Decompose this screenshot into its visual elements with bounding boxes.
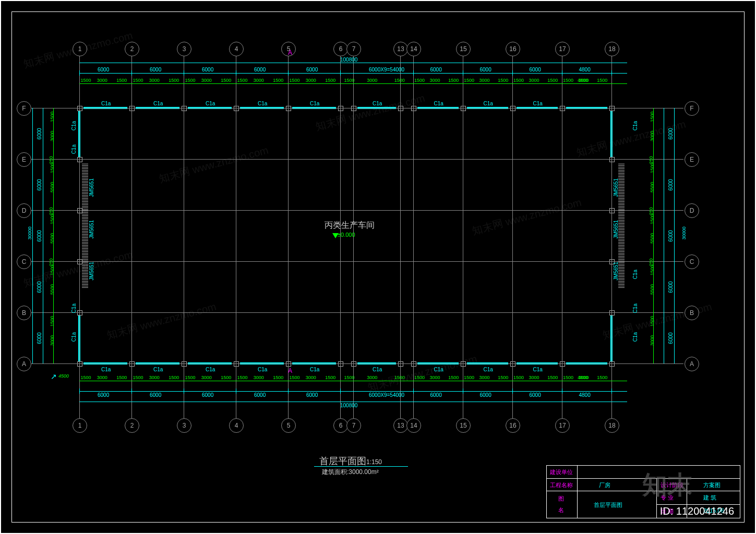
dim-sub-top: 3000 <box>367 78 377 83</box>
grid-bubble-h-right: A <box>685 357 699 371</box>
dim-sub-left: 1500 <box>50 163 55 173</box>
column <box>286 361 291 367</box>
tb-project-label: 工程名称 <box>550 481 573 489</box>
column <box>609 310 615 315</box>
dim-tick <box>288 70 289 76</box>
grid-axis-label: 5 <box>287 422 291 429</box>
window-label-left-a: C1a <box>71 332 77 342</box>
grid-bubble-v-top: 1 <box>73 42 87 56</box>
dim-bay-bottom: 4800 <box>579 392 591 398</box>
dim-sub-right: 1500 <box>650 316 655 326</box>
drawing-title: 首层平面图1:150 <box>319 455 382 467</box>
grid-bubble-v-top: 4 <box>229 42 244 56</box>
grid-axis-label: 18 <box>608 45 615 53</box>
tb-project-value: 厂房 <box>599 481 610 489</box>
dim-tick <box>512 70 513 76</box>
dim-tick <box>611 70 612 76</box>
dim-sub-bottom: 3000 <box>149 375 160 380</box>
dim-sub-bottom: 3000 <box>367 375 377 380</box>
dim-sub-top: 1500 <box>394 78 405 83</box>
dim-sub-top: 3000 <box>254 78 264 83</box>
grid-bubble-v-bottom: 1 <box>73 418 87 433</box>
dim-line-sub-bottom <box>79 381 627 381</box>
window-label-bottom: C1a <box>310 367 319 372</box>
grid-bubble-h-right: E <box>685 152 699 167</box>
column <box>461 106 466 111</box>
grid-axis-label: F <box>22 105 26 112</box>
door-label-left-3: JM5651 <box>89 262 94 281</box>
grid-axis-label: B <box>22 309 26 317</box>
grid-bubble-v-top: 7 <box>346 42 361 56</box>
dim-250-right: 250 <box>649 207 654 215</box>
dim-sub-left: 5500 <box>50 233 55 244</box>
window-label-left-f: C1a <box>71 121 77 130</box>
area-value: 3000.00m² <box>349 468 378 476</box>
dim-overall-right: 30000 <box>681 226 687 239</box>
column <box>77 157 82 162</box>
elevation-marker-icon <box>332 233 339 238</box>
column <box>609 106 615 111</box>
column <box>77 106 82 111</box>
dim-sub-top: 3000 <box>149 78 160 83</box>
dim-line-overall-bottom <box>79 402 627 402</box>
grid-axis-label: 7 <box>352 45 356 53</box>
column <box>351 106 356 111</box>
dim-sub-top: 1500 <box>547 78 558 83</box>
drawing-scale: 1:150 <box>366 458 382 466</box>
column <box>338 106 343 111</box>
dim-side-right: 6000 <box>668 332 674 344</box>
dim-line-bays-right <box>664 108 664 363</box>
dim-bay-top: 4800 <box>579 67 591 72</box>
dim-tick <box>562 389 562 394</box>
dim-line-overall-left <box>32 108 33 363</box>
grid-line-horizontal <box>31 363 683 364</box>
column <box>609 157 615 162</box>
column <box>560 361 565 367</box>
column <box>351 361 356 367</box>
drawing-frame <box>11 11 745 523</box>
dim-250-right: 250 <box>649 258 654 266</box>
dim-bay-bottom: 6000 <box>254 392 266 398</box>
grid-bubble-v-top: 2 <box>125 42 139 56</box>
dim-sub-bottom: 1500 <box>597 375 607 380</box>
dim-bay-top: 6000 <box>202 67 213 72</box>
dim-sub-right: 5500 <box>650 284 655 295</box>
window-label-top: C1a <box>101 101 111 106</box>
grid-axis-label: 6 <box>339 422 343 429</box>
grid-axis-label: 13 <box>397 422 404 429</box>
dim-sub-right: 5500 <box>650 182 655 192</box>
grid-line-horizontal <box>31 312 683 313</box>
dim-sub-top: 1500 <box>344 78 355 83</box>
grid-line-horizontal <box>31 210 683 211</box>
window-label-bottom: C1a <box>153 367 163 372</box>
dim-line-bays-left <box>43 108 43 363</box>
grid-bubble-v-bottom: 3 <box>177 418 191 433</box>
section-marker-a-top: A <box>288 49 292 56</box>
door-label-right-1: JM5651 <box>613 178 619 197</box>
grid-bubble-v-bottom: 7 <box>346 418 361 433</box>
dim-bay-top: 6000 <box>530 67 541 72</box>
column <box>461 361 466 367</box>
dim-bay-top: 6000 <box>480 67 491 72</box>
grid-bubble-h-left: C <box>17 254 31 269</box>
grid-axis-label: F <box>690 105 693 112</box>
dim-250-left: 250 <box>49 258 54 266</box>
dim-tick <box>340 389 341 394</box>
grid-bubble-h-right: B <box>685 306 699 320</box>
grid-bubble-v-top: 18 <box>605 42 619 56</box>
dim-sub-left: 3000 <box>50 131 55 141</box>
dim-line-sub-top <box>79 83 627 84</box>
dim-sub-top: 1500 <box>185 78 196 83</box>
dim-sub-top: 1500 <box>563 78 573 83</box>
window-label-bottom: C1a <box>434 367 443 372</box>
grid-axis-label: 1 <box>78 422 82 429</box>
title-underline <box>314 466 408 467</box>
dim-sub-top: 1500 <box>237 78 248 83</box>
window-label-bottom: C1a <box>484 367 493 372</box>
dim-tick <box>413 389 414 394</box>
grid-bubble-v-bottom: 17 <box>555 418 570 433</box>
window-label-top: C1a <box>153 101 163 106</box>
dim-sub-bottom: 3000 <box>479 375 490 380</box>
column <box>182 361 187 367</box>
grid-axis-label: D <box>690 207 694 214</box>
